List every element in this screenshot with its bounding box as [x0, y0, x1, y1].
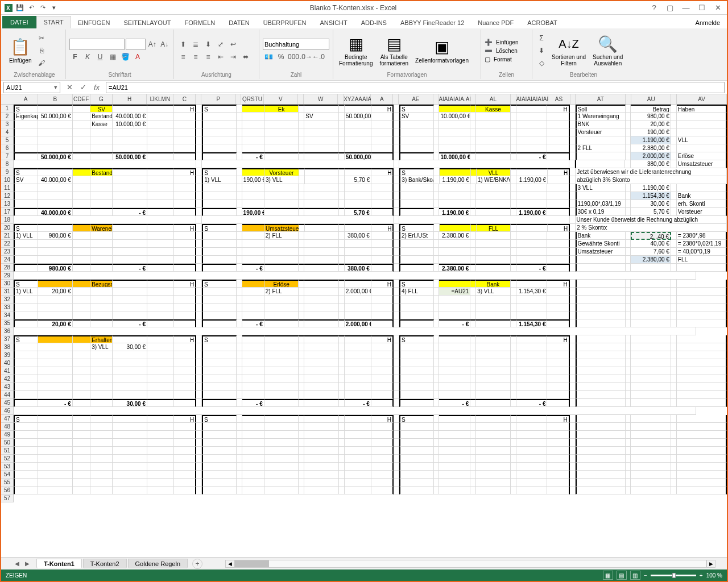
group-editing-label: Bearbeiten	[536, 70, 631, 78]
sheet-tab-2[interactable]: T-Konten2	[83, 559, 127, 568]
align-bottom-icon[interactable]: ⬇	[202, 39, 214, 50]
format-table-button[interactable]: ▤Als Tabelle formatieren	[377, 34, 411, 68]
tab-file[interactable]: DATEI	[2, 16, 36, 28]
increase-font-icon[interactable]: A↑	[147, 39, 158, 50]
decrease-font-icon[interactable]: A↓	[159, 39, 170, 50]
cell-styles-icon: ▣	[433, 38, 451, 56]
percent-icon[interactable]: %	[275, 51, 287, 63]
conditional-format-button[interactable]: ▦Bedingte Formatierung	[337, 34, 375, 68]
tab-review[interactable]: ÜBERPRÜFEN	[257, 17, 313, 28]
format-cells-button[interactable]: ▢Format	[485, 56, 518, 63]
border-icon[interactable]: ▦	[107, 51, 118, 63]
scroll-left-icon[interactable]: ◀	[225, 560, 234, 568]
underline-button[interactable]: U	[94, 51, 106, 63]
sheet-tab-3[interactable]: Goldene Regeln	[128, 559, 188, 568]
clipboard-icon: 📋	[11, 38, 30, 56]
zoom-slider[interactable]	[651, 575, 696, 576]
format-cell-icon: ▢	[485, 56, 490, 63]
tab-insert[interactable]: EINFÜGEN	[71, 17, 117, 28]
minimize-icon[interactable]: —	[679, 2, 693, 14]
tab-addins[interactable]: ADD-INS	[354, 17, 394, 28]
sign-in-link[interactable]: Anmelde	[690, 17, 726, 28]
fill-color-icon[interactable]: 🪣	[119, 51, 131, 63]
font-size-combo[interactable]	[126, 39, 146, 50]
pagelayout-view-icon[interactable]: ▤	[617, 571, 627, 580]
undo-icon[interactable]: ↶	[26, 3, 36, 13]
format-painter-icon[interactable]: 🖌	[36, 57, 47, 69]
zoom-out-icon[interactable]: −	[644, 572, 647, 579]
maximize-icon[interactable]: ☐	[695, 2, 709, 14]
fill-icon[interactable]: ⬇	[536, 45, 547, 56]
font-combo[interactable]	[69, 39, 125, 50]
increase-decimal-icon[interactable]: .0→	[300, 51, 312, 63]
save-icon[interactable]: 💾	[15, 3, 25, 13]
row-headers[interactable]: 1234567891011121317182021222324282930313…	[1, 105, 14, 502]
sheet-nav-next-icon[interactable]: ▶	[23, 559, 32, 568]
align-center-icon[interactable]: ≡	[190, 51, 201, 63]
align-middle-icon[interactable]: ≣	[190, 39, 201, 50]
comma-icon[interactable]: 000	[288, 51, 299, 63]
clear-icon[interactable]: ◇	[536, 57, 547, 69]
cut-icon[interactable]: ✂	[36, 32, 47, 44]
zoom-in-icon[interactable]: +	[700, 572, 703, 579]
fx-icon[interactable]: fx	[90, 82, 104, 93]
tab-start[interactable]: START	[36, 16, 71, 28]
horizontal-scrollbar[interactable]: ◀ ▶	[225, 560, 715, 568]
tab-pagelayout[interactable]: SEITENLAYOUT	[117, 17, 177, 28]
font-color-icon[interactable]: A	[132, 51, 143, 63]
align-top-icon[interactable]: ⬆	[177, 39, 189, 50]
tab-data[interactable]: DATEN	[222, 17, 256, 28]
qat-dropdown-icon[interactable]: ▾	[49, 3, 59, 13]
bold-button[interactable]: F	[69, 51, 81, 63]
wrap-text-icon[interactable]: ↩	[228, 39, 239, 50]
ribbon: 📋 Einfügen ✂ ⎘ 🖌 Zwischenablage A↑A↓ FKU…	[1, 28, 727, 81]
insert-cells-button[interactable]: ➕Einfügen	[485, 39, 518, 46]
increase-indent-icon[interactable]: ⇥	[228, 51, 239, 63]
name-box[interactable]: AU21▾	[3, 82, 60, 93]
formula-input[interactable]: =AU21	[106, 82, 725, 93]
scroll-right-icon[interactable]: ▶	[706, 560, 715, 568]
chevron-down-icon: ▾	[54, 84, 57, 91]
find-select-button[interactable]: 🔍Suchen und Auswählen	[590, 34, 625, 68]
number-format-combo[interactable]: Buchhaltung	[263, 39, 329, 50]
orientation-icon[interactable]: ⤢	[215, 39, 226, 50]
align-left-icon[interactable]: ≡	[177, 51, 189, 63]
group-cells-label: Zellen	[485, 70, 528, 78]
cells-area[interactable]: SSVHSEkHSKasseHSollBetragHabenEigenkapit…	[14, 105, 727, 569]
tab-nuance[interactable]: Nuance PDF	[471, 17, 520, 28]
delete-cells-button[interactable]: ➖Löschen	[485, 47, 518, 55]
spreadsheet-grid[interactable]: ABCDEFGHIJKLMNCPQRSTUVWXYZAAAIACAAEAIAIA…	[1, 94, 727, 569]
accept-formula-icon[interactable]: ✓	[76, 82, 90, 93]
add-sheet-button[interactable]: +	[192, 559, 202, 569]
tab-abbyy[interactable]: ABBYY FineReader 12	[394, 17, 471, 28]
zoom-level[interactable]: 100 %	[706, 572, 722, 579]
ribbon-options-icon[interactable]: ▢	[663, 2, 677, 14]
currency-icon[interactable]: 💶	[263, 51, 274, 63]
sort-filter-button[interactable]: A↓ZSortieren und Filtern	[549, 34, 588, 68]
delete-cell-icon: ➖	[485, 47, 493, 55]
cancel-formula-icon[interactable]: ✕	[63, 82, 76, 93]
group-number-label: Zahl	[263, 70, 329, 78]
paste-button[interactable]: 📋 Einfügen	[7, 37, 34, 65]
close-icon[interactable]: ✕	[711, 2, 725, 14]
excel-icon[interactable]: X	[3, 3, 14, 13]
sheet-tab-1[interactable]: T-Konten1	[36, 559, 82, 568]
pagebreak-view-icon[interactable]: ▥	[630, 571, 640, 580]
italic-button[interactable]: K	[82, 51, 93, 63]
tab-view[interactable]: ANSICHT	[313, 17, 354, 28]
decrease-decimal-icon[interactable]: ←.0	[313, 51, 324, 63]
sheet-nav-prev-icon[interactable]: ◀	[13, 559, 22, 568]
help-icon[interactable]: ?	[647, 2, 661, 14]
cell-styles-button[interactable]: ▣Zellenformatvorlagen	[413, 37, 471, 65]
normal-view-icon[interactable]: ▦	[603, 571, 613, 580]
align-right-icon[interactable]: ≡	[202, 51, 214, 63]
autosum-icon[interactable]: Σ	[536, 32, 547, 44]
tab-formulas[interactable]: FORMELN	[177, 17, 222, 28]
tab-acrobat[interactable]: ACROBAT	[520, 17, 564, 28]
merge-icon[interactable]: ⬌	[240, 51, 251, 63]
decrease-indent-icon[interactable]: ⇤	[215, 51, 226, 63]
copy-icon[interactable]: ⎘	[36, 45, 47, 56]
cond-format-icon: ▦	[347, 35, 365, 53]
redo-icon[interactable]: ↷	[38, 3, 48, 13]
column-headers[interactable]: ABCDEFGHIJKLMNCPQRSTUVWXYZAAAIACAAEAIAIA…	[1, 94, 727, 105]
